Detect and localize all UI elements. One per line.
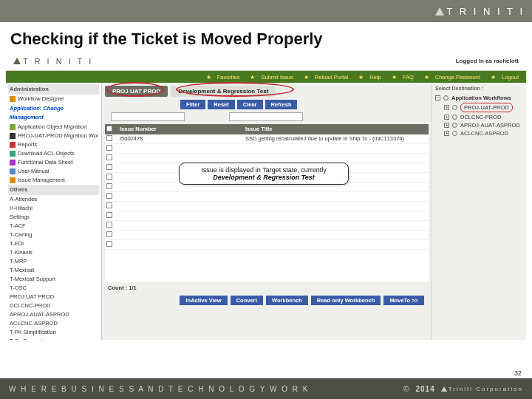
table-row[interactable]: I5002478 SSD getting recalculated due to… [105,134,429,144]
sidebar-item[interactable]: Download ACL Objects [8,149,99,158]
nav-logout[interactable]: ★Logout [486,74,523,81]
destination-panel: Select Destination : −Application Workfl… [432,83,526,340]
row-checkbox[interactable] [106,135,112,141]
collapse-icon[interactable]: − [435,95,440,100]
sidebar-item[interactable]: T-MRP [8,257,99,266]
cell-issue-title: SSD getting recalculated due to update i… [242,134,429,143]
table-row [105,192,429,202]
row-checkbox[interactable] [106,222,112,228]
table-row [105,240,429,250]
readonly-workbench-button[interactable]: Read only Workbench [311,296,381,305]
sidebar-item[interactable]: APROJ-AUAT-ASPROD [8,310,99,319]
expand-icon[interactable]: + [444,115,449,120]
footer-logo: Triniti Corporation [441,386,523,392]
sidebar-item[interactable]: Issue Management [8,176,99,185]
table-header: Issue Number Issue Title [105,124,429,134]
inactive-view-button[interactable]: InActive View [180,296,227,305]
app-screenshot: T R I N I T I Logged in as rachelott ★Fa… [6,52,526,340]
flow-icon [10,133,16,139]
dest-item[interactable]: +DCLCNC-PROD [435,113,523,121]
sidebar-item[interactable]: T-Mexicali Support [8,275,99,284]
sidebar-item[interactable]: T-EDI [8,239,99,248]
sidebar-item[interactable]: Application Object Migration [8,123,99,132]
clear-button[interactable]: Clear [237,100,263,109]
nav-change-password[interactable]: ★Change Password [420,74,485,81]
row-checkbox[interactable] [106,193,112,199]
dest-item[interactable]: +APROJ-AUAT-ASPROD [435,121,523,129]
sidebar-item[interactable]: T-Mexicali [8,266,99,275]
app-brand: T R I N I T I [23,57,93,66]
sidebar-item[interactable]: T-Ov Support [8,337,99,340]
expand-icon[interactable]: + [444,131,449,136]
select-all-checkbox[interactable] [106,126,112,132]
star-icon: ★ [422,74,432,81]
row-checkbox[interactable] [106,241,112,247]
sidebar-item[interactable]: DCLCNC-PROD [8,301,99,310]
folder-icon [10,96,16,102]
star-icon: ★ [204,74,214,81]
dest-root[interactable]: −Application Workflows [435,94,523,102]
sidebar-item[interactable]: ACLCNC-ASPROD [8,319,99,328]
sidebar-item[interactable]: Reports [8,140,99,149]
issue-number-filter[interactable] [111,112,185,121]
tab-state[interactable]: PROJ UAT PROD [105,86,168,97]
row-checkbox[interactable] [106,154,112,160]
brand-logo: T R I N I T I [435,6,525,17]
col-issue-title: Issue Title [242,124,429,134]
workbench-button[interactable]: Workbench [266,296,308,305]
star-icon: ★ [248,74,257,81]
nav-help[interactable]: ★Help [354,74,385,81]
nav-reload-portal[interactable]: ★Reload Portal [299,74,352,81]
sidebar-item[interactable]: PROJ UAT PROD [8,293,99,301]
expand-icon[interactable]: + [444,123,449,128]
sidebar-item[interactable]: T-Carling [8,231,99,239]
sidebar-item[interactable]: Functional Data Sheet [8,158,99,167]
footer-right: © 2014 Triniti Corporation [403,385,523,393]
callout-line2: Development & Regression Test [213,174,315,181]
row-checkbox[interactable] [106,231,112,237]
row-checkbox[interactable] [106,202,112,208]
star-icon: ★ [356,74,366,81]
row-checkbox[interactable] [106,183,112,189]
filter-button[interactable]: Filter [180,100,205,109]
move-to-button[interactable]: MoveTo >> [383,296,424,305]
center-panel: PROJ UAT PROD Development & Regression T… [102,83,432,340]
sidebar-item[interactable]: T-PK Simplification [8,328,99,337]
sidebar-item[interactable]: Workflow Designer [8,95,99,103]
sidebar-item[interactable]: A-Attendee [8,195,99,204]
footer-corp: Triniti Corporation [449,386,523,392]
sidebar-item[interactable]: PROJ-UAT-PROD Migration Wor [8,132,99,140]
dest-item[interactable]: +ACLCNC-ASPROD [435,129,523,137]
expand-icon[interactable]: + [444,105,449,110]
issue-icon [10,177,16,183]
sidebar-item[interactable]: User Manual [8,167,99,176]
sidebar-item[interactable]: Settings [8,213,99,222]
sidebar-item[interactable]: T-Kinaxis [8,248,99,257]
sidebar-item[interactable]: H-Hitachi [8,204,99,213]
table-row [105,231,429,240]
copyright-icon: © [403,385,409,393]
bottom-buttons: InActive View Convert Workbench Read onl… [105,293,429,307]
row-checkbox[interactable] [106,212,112,218]
triangle-icon [441,386,447,392]
issue-title-filter[interactable] [229,112,303,121]
sidebar-item[interactable]: T-OSC [8,284,99,293]
refresh-button[interactable]: Refresh [265,100,298,109]
destination-header: Select Destination : [435,86,523,91]
row-checkbox[interactable] [106,174,112,180]
row-checkbox[interactable] [106,145,112,151]
nav-favorites[interactable]: ★Favorites [202,74,245,81]
table-row [105,211,429,221]
sidebar-others-header: Others [8,185,99,195]
row-checkbox[interactable] [106,164,112,170]
dest-item[interactable]: +PROJ-UAT-PROD [435,102,523,113]
col-issue-number: Issue Number [117,124,242,134]
table-body: I5002478 SSD getting recalculated due to… [105,134,429,282]
convert-button[interactable]: Convert [231,296,263,305]
tab-target[interactable]: Development & Regression Test [171,86,276,97]
star-icon: ★ [389,74,399,81]
reset-button[interactable]: Reset [208,100,234,109]
nav-faq[interactable]: ★FAQ [387,74,418,81]
nav-submit-issue[interactable]: ★Submit Issue [245,74,297,81]
sidebar-item[interactable]: T-ACF [8,222,99,231]
